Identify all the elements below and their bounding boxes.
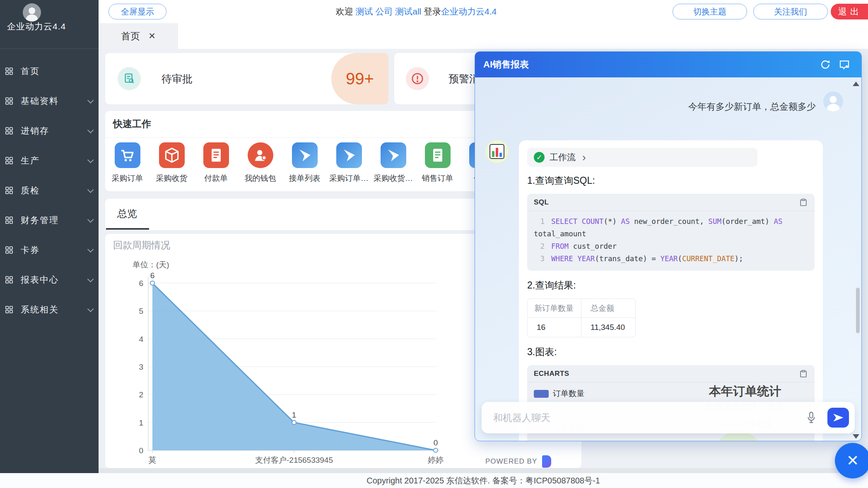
y-tick-label: 5 (139, 307, 143, 315)
tab-bar: 首页 ✕ (99, 23, 868, 49)
quick-item-8[interactable]: 销售订单 (415, 142, 460, 184)
step2-label: 2.查询结果: (527, 279, 815, 292)
quick-item-3[interactable]: 付款单 (194, 142, 238, 184)
x-tick-label: 婷婷 (428, 456, 444, 464)
scrollbar-thumb[interactable] (856, 288, 860, 333)
pending-approval-card[interactable]: 待审批 99+ (105, 53, 388, 104)
sidebar-item-5[interactable]: 质检 (0, 175, 99, 205)
chevron-down-icon (87, 246, 94, 252)
quick-item-1[interactable]: 采购订单 (105, 142, 149, 184)
close-assistant-button[interactable]: ✕ (835, 443, 868, 478)
logout-button[interactable]: 退出 (831, 4, 868, 19)
chevron-down-icon (87, 156, 94, 163)
welcome-link[interactable]: 公司 (375, 7, 393, 16)
tab-overview[interactable]: 总览 (117, 207, 137, 220)
ai-panel-header: AI销售报表 (475, 52, 861, 77)
chevron-down-icon (87, 305, 94, 312)
tab-home-label: 首页 (121, 30, 140, 43)
window-settings-icon[interactable] (838, 58, 851, 71)
chevron-down-icon (87, 276, 94, 282)
sidebar-item-label: 报表中心 (21, 274, 59, 286)
sidebar-item-label: 生产 (21, 155, 40, 166)
cart-icon (115, 142, 140, 168)
result-table-header: 总金额 (581, 299, 635, 318)
follow-us-button[interactable]: 关注我们 (753, 4, 828, 19)
fullscreen-button[interactable]: 全屏显示 (108, 4, 166, 19)
quick-work-row: 采购订单采购收货付款单我的钱包接单列表采购订单…采购收货…销售订单销售 (105, 142, 504, 184)
quick-item-label: 我的钱包 (245, 173, 276, 184)
bar-chart-icon (489, 144, 504, 159)
quick-item-label: 付款单 (204, 173, 228, 184)
result-table-header: 新订单数量 (528, 299, 581, 318)
quick-item-2[interactable]: 采购收货 (149, 142, 194, 184)
scroll-down-arrow[interactable] (853, 434, 859, 439)
sidebar-item-label: 首页 (21, 65, 40, 77)
y-tick-label: 3 (139, 363, 143, 371)
send-button[interactable] (827, 408, 849, 428)
swoosh-icon (336, 142, 362, 168)
welcome-plain: 登录 (421, 7, 441, 16)
sidebar-item-label: 系统相关 (21, 304, 59, 315)
y-tick-label: 6 (139, 279, 143, 288)
microphone-icon[interactable] (806, 411, 817, 425)
tab-home[interactable]: 首页 ✕ (99, 23, 178, 49)
sidebar-item-label: 进销存 (21, 125, 49, 137)
bottom-strip (99, 468, 868, 473)
y-tick-label: 4 (139, 335, 143, 344)
welcome-link[interactable]: 测试 (356, 7, 373, 16)
powered-by: POWERED BY (485, 455, 551, 468)
copy-icon[interactable] (799, 369, 808, 379)
sidebar-item-4[interactable]: 生产 (0, 146, 99, 175)
tab-close-icon[interactable]: ✕ (148, 31, 156, 41)
quick-item-7[interactable]: 采购收货… (371, 142, 415, 184)
app-root: 企业动力云4.4 首页基础资料进销存生产质检财务管理卡券报表中心系统相关 全屏显… (0, 0, 868, 488)
sql-code-line: 2FROM cust_order (534, 240, 808, 252)
sidebar-item-7[interactable]: 卡券 (0, 235, 99, 265)
powered-by-label: POWERED BY (485, 457, 537, 466)
quick-item-4[interactable]: 我的钱包 (238, 142, 282, 184)
chevron-right-icon: › (582, 153, 586, 161)
sidebar-item-1[interactable]: 首页 (0, 56, 99, 86)
overview-tab-underline (106, 228, 149, 230)
sql-code-line: 1SELECT COUNT(*) AS new_order_count, SUM… (534, 215, 808, 240)
sql-block: SQL 1SELECT COUNT(*) AS new_order_count,… (527, 194, 815, 271)
send-icon (833, 413, 844, 423)
y-tick-label: 1 (139, 418, 143, 427)
sidebar-item-3[interactable]: 进销存 (0, 116, 99, 146)
sidebar-item-9[interactable]: 系统相关 (0, 295, 99, 325)
sidebar-item-6[interactable]: 财务管理 (0, 205, 99, 235)
switch-theme-button[interactable]: 切换主题 (673, 4, 747, 19)
point-label: 0 (434, 438, 438, 447)
sidebar-item-2[interactable]: 基础资料 (0, 86, 99, 116)
chat-input[interactable] (493, 402, 775, 433)
sidebar-menu: 首页基础资料进销存生产质检财务管理卡券报表中心系统相关 (0, 49, 99, 325)
ai-panel-title: AI销售报表 (483, 58, 529, 71)
alert-icon (406, 67, 429, 90)
sidebar-item-8[interactable]: 报表中心 (0, 265, 99, 295)
sql-code-line: 3WHERE YEAR(trans_date) = YEAR(CURRENT_D… (534, 252, 808, 265)
legend-order-count[interactable]: 订单数量 (534, 388, 584, 399)
quick-item-6[interactable]: 采购订单… (327, 142, 371, 184)
refresh-icon[interactable] (819, 58, 832, 71)
point-label: 6 (150, 271, 155, 280)
welcome-plain: 欢迎 (336, 7, 356, 16)
user-avatar (823, 91, 843, 111)
x-tick-label: 支付客户-2156533945 (255, 456, 333, 464)
bot-message-card: ✓ 工作流 › 1.查询查询SQL: SQL 1SELECT COUNT(*) … (519, 140, 823, 441)
quick-item-5[interactable]: 接单列表 (282, 142, 327, 184)
copy-icon[interactable] (799, 197, 808, 207)
copyright-text: Copyright 2017-2025 东信达软件. 备案号：粤ICP05087… (99, 473, 868, 488)
topbar: 全屏显示 欢迎 测试 公司 测试all 登录企业动力云4.4 切换主题 关注我们… (99, 0, 868, 23)
echarts-title: 本年订单统计 (662, 383, 828, 400)
welcome-link[interactable]: 企业动力云4.4 (441, 7, 497, 16)
welcome-link[interactable]: 测试all (395, 7, 421, 16)
quick-work-title: 快速工作 (113, 118, 151, 130)
workflow-pill[interactable]: ✓ 工作流 › (527, 148, 757, 167)
chevron-down-icon (87, 97, 94, 103)
sidebar: 企业动力云4.4 首页基础资料进销存生产质检财务管理卡券报表中心系统相关 (0, 0, 99, 473)
swoosh-icon (381, 142, 406, 168)
step1-label: 1.查询查询SQL: (527, 174, 815, 187)
point-label: 1 (292, 411, 297, 419)
sidebar-item-label: 基础资料 (21, 95, 59, 107)
scroll-up-arrow[interactable] (853, 82, 859, 86)
